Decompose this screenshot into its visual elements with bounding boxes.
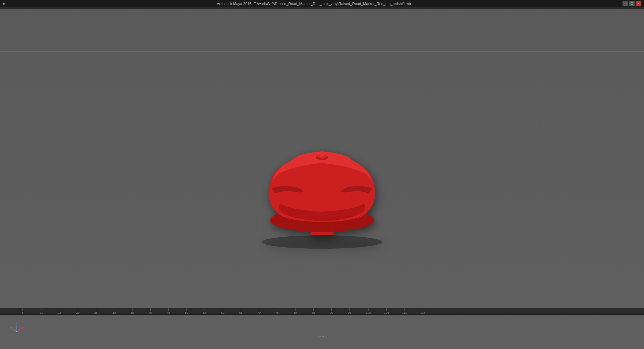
ruler-tick: 100 <box>366 308 371 314</box>
ruler-tick: 10 <box>40 308 43 314</box>
ruler-tick: 75 <box>275 308 279 314</box>
minimize-button[interactable]: − <box>623 1 628 6</box>
ruler-tick: 50 <box>185 308 188 314</box>
ruler-tick: 95 <box>348 308 351 314</box>
ruler-tick: 5 <box>22 308 23 314</box>
road-marker-3d <box>247 121 397 249</box>
ruler-tick: 30 <box>112 308 116 314</box>
window-title: Autodesk Maya 2016: E:\work\WIP\Raised_R… <box>5 2 623 6</box>
svg-point-6 <box>319 155 325 157</box>
ruler-tick: 80 <box>293 308 297 314</box>
ruler-tick: 115 <box>420 308 425 314</box>
maximize-button[interactable]: ☐ <box>629 1 635 6</box>
viewport-wrapper: View Shading Lighting Show Renderer Pane… <box>11 45 547 308</box>
ruler-tick: 40 <box>149 308 152 314</box>
ruler-tick: 35 <box>130 308 134 314</box>
ruler-tick: 55 <box>203 308 206 314</box>
app-wrapper: ● Autodesk Maya 2016: E:\work\WIP\Raised… <box>0 0 644 349</box>
ruler-tick: 60 <box>221 308 224 314</box>
viewport-canvas[interactable]: persp Y X Z <box>11 45 547 308</box>
ruler-tick: 85 <box>312 308 315 314</box>
ruler-tick: 20 <box>76 308 79 314</box>
ruler-tick: 105 <box>384 308 389 314</box>
title-bar: ● Autodesk Maya 2016: E:\work\WIP\Raised… <box>0 0 644 7</box>
timeline-ruler[interactable]: 5101520253035404550556065707580859095100… <box>0 308 644 315</box>
ruler-tick: 45 <box>167 308 170 314</box>
content-area: ▶ Ⓧ ✏ ○ ✚ ↻ ⇱ ♢ ☷ □ ☸ ■ ■ • <box>0 45 644 308</box>
ruler-tick: 15 <box>58 308 61 314</box>
app-logo: ● <box>3 1 5 6</box>
ruler-tick: 90 <box>330 308 333 314</box>
ruler-tick: 25 <box>94 308 98 314</box>
window-controls: − ☐ × <box>623 1 641 6</box>
svg-point-2 <box>262 235 382 249</box>
ruler-tick: 65 <box>239 308 243 314</box>
ruler-tick: 70 <box>257 308 261 314</box>
close-button[interactable]: × <box>636 1 641 6</box>
ruler-tick: 110 <box>402 308 407 314</box>
